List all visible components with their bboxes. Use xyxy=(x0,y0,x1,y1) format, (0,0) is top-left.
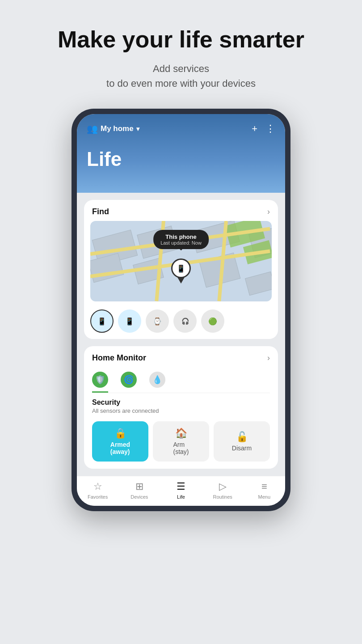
page-title: Life xyxy=(87,148,275,170)
armed-away-button[interactable]: 🔒 Armed(away) xyxy=(92,421,148,462)
phone-screen: 👥 My home ▾ + ⋮ Life Find › xyxy=(77,114,285,506)
more-button[interactable]: ⋮ xyxy=(265,123,275,135)
life-label: Life xyxy=(177,494,185,500)
disarm-button[interactable]: 🔓 Disarm xyxy=(214,421,270,462)
chevron-down-icon: ▾ xyxy=(136,125,139,132)
bottom-nav: ☆ Favorites ⊞ Devices ☰ Life ▷ Routines … xyxy=(77,476,285,506)
menu-label: Menu xyxy=(258,494,271,500)
device-thumb-phone2[interactable]: 📱 xyxy=(118,309,141,333)
home-arm-icon: 🏠 xyxy=(175,428,187,439)
hero-title: Make your life smarter xyxy=(58,27,304,52)
water-icon: 💧 xyxy=(149,372,165,388)
nav-menu[interactable]: ≡ Menu xyxy=(251,481,278,500)
device-thumb-tracker[interactable]: 🟢 xyxy=(201,309,224,333)
find-card-title: Find xyxy=(92,207,109,216)
arm-stay-label: Arm(stay) xyxy=(173,441,189,455)
nav-favorites[interactable]: ☆ Favorites xyxy=(84,481,111,500)
cards-area: Find › xyxy=(77,193,285,476)
monitor-card-header: Home Monitor › xyxy=(84,346,278,367)
monitor-tabs: 🛡️ 🌀 💧 xyxy=(84,367,278,393)
devices-label: Devices xyxy=(130,494,148,500)
lock-icon: 🔒 xyxy=(114,428,126,439)
device-thumb-phone-selected[interactable]: 📱 xyxy=(90,309,114,333)
find-card: Find › xyxy=(84,200,278,339)
find-card-header: Find › xyxy=(84,200,278,221)
phone-mockup: 👥 My home ▾ + ⋮ Life Find › xyxy=(72,109,290,511)
device-thumb-watch[interactable]: ⌚ xyxy=(146,309,169,333)
device-thumb-earbuds[interactable]: 🎧 xyxy=(173,309,197,333)
devices-icon: ⊞ xyxy=(135,481,143,492)
app-header: 👥 My home ▾ + ⋮ Life xyxy=(77,114,285,193)
monitor-tab-water[interactable]: 💧 xyxy=(149,372,165,393)
disarm-label: Disarm xyxy=(232,445,252,452)
monitor-card-title: Home Monitor xyxy=(92,353,146,363)
home-selector[interactable]: 👥 My home ▾ xyxy=(87,123,139,134)
header-actions: + ⋮ xyxy=(252,123,275,135)
favorites-label: Favorites xyxy=(88,494,108,500)
routines-icon: ▷ xyxy=(219,481,227,492)
security-icon: 🛡️ xyxy=(92,372,108,388)
nav-devices[interactable]: ⊞ Devices xyxy=(126,481,153,500)
life-icon: ☰ xyxy=(177,481,185,492)
armed-label: Armed(away) xyxy=(110,441,130,455)
security-status: Security All sensors are connected xyxy=(84,393,278,418)
security-title: Security xyxy=(92,398,270,407)
nav-life[interactable]: ☰ Life xyxy=(168,481,194,500)
map-pin: 📱 xyxy=(171,258,191,284)
favorites-icon: ☆ xyxy=(93,481,102,492)
tooltip-last-updated: Last updated: Now xyxy=(160,240,202,246)
find-chevron-icon[interactable]: › xyxy=(267,207,270,216)
pin-tail xyxy=(177,277,185,284)
menu-icon: ≡ xyxy=(261,481,267,492)
add-button[interactable]: + xyxy=(252,123,257,135)
home-monitor-card: Home Monitor › 🛡️ 🌀 💧 xyxy=(84,346,278,469)
monitor-tab-air[interactable]: 🌀 xyxy=(121,372,137,393)
map-tooltip: This phone Last updated: Now xyxy=(153,230,209,249)
unlock-icon: 🔓 xyxy=(236,431,248,443)
security-desc: All sensors are connected xyxy=(92,407,270,414)
header-top: 👥 My home ▾ + ⋮ xyxy=(87,123,275,135)
arm-stay-button[interactable]: 🏠 Arm(stay) xyxy=(153,421,209,462)
pin-circle: 📱 xyxy=(171,258,191,278)
routines-label: Routines xyxy=(213,494,232,500)
home-group-icon: 👥 xyxy=(87,123,98,134)
hero-section: Make your life smarter Add servicesto do… xyxy=(58,27,304,91)
air-icon: 🌀 xyxy=(121,372,137,388)
monitor-chevron-icon[interactable]: › xyxy=(267,353,270,363)
device-list: 📱 📱 ⌚ 🎧 🟢 xyxy=(84,306,278,339)
home-name: My home xyxy=(101,124,134,133)
map-container[interactable]: This phone Last updated: Now 📱 xyxy=(90,221,272,301)
action-buttons: 🔒 Armed(away) 🏠 Arm(stay) 🔓 Disarm xyxy=(84,418,278,469)
tooltip-phone-label: This phone xyxy=(160,233,202,240)
nav-routines[interactable]: ▷ Routines xyxy=(209,481,236,500)
monitor-tab-security[interactable]: 🛡️ xyxy=(92,372,108,393)
hero-subtitle: Add servicesto do even more with your de… xyxy=(58,61,304,91)
